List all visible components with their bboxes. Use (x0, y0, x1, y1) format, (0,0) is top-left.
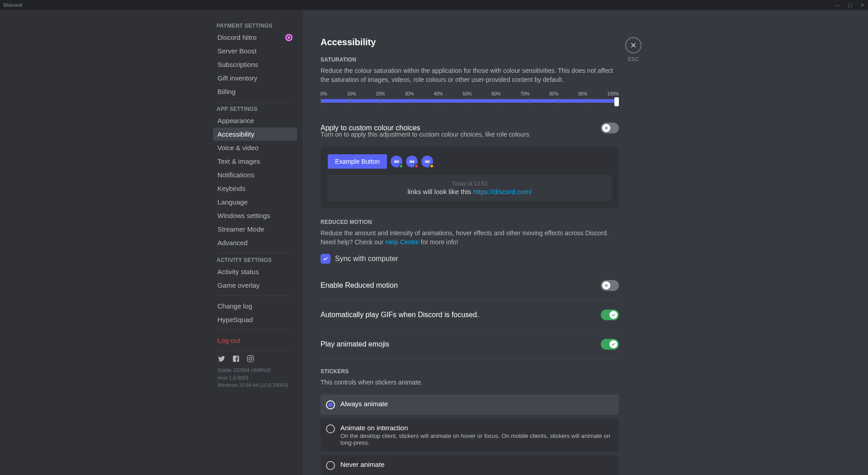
preview-message: Today at 13:53 links will look like this… (328, 175, 612, 201)
app-name: Discord (4, 2, 22, 8)
social-icons (217, 355, 292, 363)
gifs-row: Automatically play GIFs when Discord is … (321, 300, 619, 330)
close-column: ESC (625, 37, 642, 62)
sidebar-item-logout[interactable]: Log out (213, 334, 297, 347)
gifs-toggle[interactable] (601, 309, 619, 320)
sidebar-item-streamer-mode[interactable]: Streamer Mode (213, 223, 297, 236)
maximize-icon[interactable]: ▢ (848, 2, 852, 8)
preview-timestamp: Today at 13:53 (333, 180, 606, 187)
custom-colour-toggle[interactable] (601, 123, 619, 133)
sidebar-category: ACTIVITY SETTINGS (217, 257, 293, 263)
radio-circle-icon (326, 424, 335, 433)
svg-point-11 (428, 161, 429, 162)
reduced-motion-header: REDUCED MOTION (321, 219, 619, 225)
sidebar-item-accessibility[interactable]: Accessibility (213, 128, 297, 141)
enable-reduced-toggle[interactable] (601, 280, 619, 291)
window-controls: — ▢ ✕ (835, 2, 864, 8)
sidebar-item-billing[interactable]: Billing (213, 85, 297, 98)
content-region: ESC Accessibility SATURATION Reduce the … (302, 10, 868, 475)
page-title: Accessibility (321, 37, 619, 48)
sync-label: Sync with computer (335, 255, 398, 263)
sidebar-item-change-log[interactable]: Change log (213, 299, 297, 313)
sidebar-item-gift-inventory[interactable]: Gift inventory (213, 71, 297, 85)
radio-always-animate[interactable]: Always animate (321, 394, 619, 415)
nitro-icon (285, 34, 292, 41)
preview-text: links will look like this (407, 188, 473, 195)
settings-container: PAYMENT SETTINGSDiscord NitroServer Boos… (0, 10, 868, 475)
sidebar-item-activity-status[interactable]: Activity status (213, 265, 297, 278)
sidebar-item-appearance[interactable]: Appearance (213, 114, 297, 127)
sidebar-item-advanced[interactable]: Advanced (213, 236, 297, 249)
instagram-icon[interactable] (246, 355, 255, 363)
preview-box: Example Button Today at 13:53 links will… (321, 147, 619, 208)
avatar-idle (421, 156, 433, 167)
svg-point-10 (425, 161, 426, 162)
gifs-title: Automatically play GIFs when Discord is … (321, 311, 479, 319)
radio-circle-icon (326, 461, 335, 470)
slider-track[interactable] (321, 99, 619, 103)
sidebar-item-hypesquad[interactable]: HypeSquad (213, 313, 297, 326)
reduced-motion-desc: Reduce the amount and intensity of anima… (321, 229, 619, 247)
example-button[interactable]: Example Button (328, 154, 387, 169)
check-icon (322, 256, 329, 262)
close-label: ESC (628, 56, 639, 62)
stickers-desc: This controls when stickers animate. (321, 378, 619, 387)
facebook-icon[interactable] (232, 355, 240, 363)
slider-marks (321, 99, 619, 103)
stickers-header: STICKERS (321, 368, 619, 375)
sidebar-category: PAYMENT SETTINGS (217, 23, 293, 29)
svg-point-2 (395, 161, 396, 162)
svg-point-7 (412, 161, 413, 162)
close-button[interactable] (625, 37, 642, 53)
sync-checkbox[interactable] (321, 254, 330, 264)
sidebar: PAYMENT SETTINGSDiscord NitroServer Boos… (204, 10, 302, 475)
enable-reduced-title: Enable Reduced motion (321, 281, 398, 290)
emojis-row: Play animated emojis (321, 330, 619, 359)
saturation-slider[interactable]: 0%10%20%30%40%50%60%70%80%90%100% (321, 91, 619, 103)
sidebar-item-language[interactable]: Language (213, 195, 297, 209)
radio-never-animate[interactable]: Never animate (321, 455, 619, 475)
sidebar-item-text-images[interactable]: Text & images (213, 155, 297, 168)
titlebar: Discord — ▢ ✕ (0, 0, 868, 10)
sidebar-item-subscriptions[interactable]: Subscriptions (213, 58, 297, 71)
emojis-title: Play animated emojis (321, 340, 389, 348)
avatar-online (391, 156, 402, 167)
sidebar-category: APP SETTINGS (217, 106, 293, 112)
sidebar-item-discord-nitro[interactable]: Discord Nitro (213, 31, 297, 44)
close-window-icon[interactable]: ✕ (860, 2, 864, 8)
sidebar-item-voice-video[interactable]: Voice & video (213, 141, 297, 154)
sidebar-region: PAYMENT SETTINGSDiscord NitroServer Boos… (0, 10, 302, 475)
radio-animate-on-interaction[interactable]: Animate on interactionOn the desktop cli… (321, 418, 619, 451)
saturation-header: SATURATION (321, 57, 619, 63)
custom-colour-note: Turn on to apply this adjustment to cust… (321, 131, 619, 138)
sidebar-item-game-overlay[interactable]: Game overlay (213, 279, 297, 292)
close-icon (629, 41, 637, 49)
content: ESC Accessibility SATURATION Reduce the … (302, 10, 637, 475)
sidebar-item-keybinds[interactable]: Keybinds (213, 182, 297, 195)
sidebar-item-notifications[interactable]: Notifications (213, 168, 297, 181)
svg-point-3 (397, 161, 398, 162)
twitter-icon[interactable] (217, 355, 226, 363)
stickers-radio-group: Always animateAnimate on interactionOn t… (321, 394, 619, 475)
sync-checkbox-row[interactable]: Sync with computer (321, 254, 619, 264)
emojis-toggle[interactable] (601, 339, 619, 350)
saturation-desc: Reduce the colour saturation within the … (321, 66, 619, 84)
sidebar-footer: Stable 102604 (4bf6fa3)Host 1.0.9003Wind… (217, 366, 292, 389)
avatar-dnd (406, 156, 418, 167)
slider-thumb[interactable] (614, 97, 619, 106)
enable-reduced-row: Enable Reduced motion (321, 271, 619, 300)
preview-link[interactable]: https://discord.com/ (473, 188, 532, 195)
help-centre-link[interactable]: Help Centre (385, 238, 419, 246)
slider-ticks: 0%10%20%30%40%50%60%70%80%90%100% (321, 91, 619, 96)
sidebar-item-windows-settings[interactable]: Windows settings (213, 209, 297, 222)
svg-point-6 (410, 161, 411, 162)
minimize-icon[interactable]: — (835, 2, 840, 8)
preview-top: Example Button (328, 154, 612, 169)
sidebar-item-server-boost[interactable]: Server Boost (213, 44, 297, 57)
radio-circle-icon (326, 400, 335, 409)
